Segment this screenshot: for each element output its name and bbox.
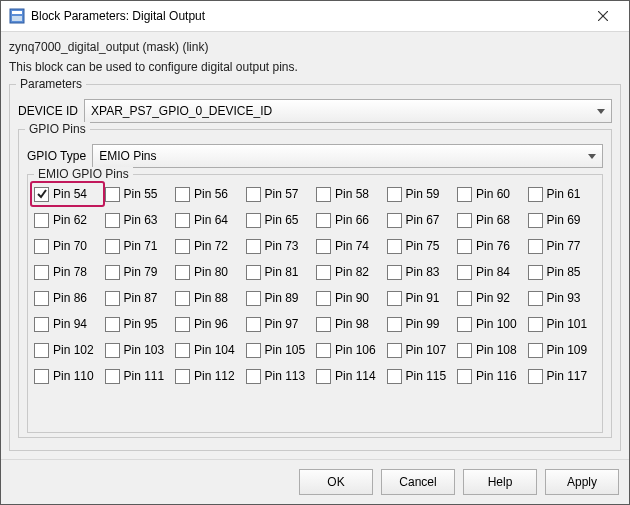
pin-75-checkbox[interactable]: Pin 75: [387, 237, 456, 255]
pin-106-checkbox[interactable]: Pin 106: [316, 341, 385, 359]
pin-label: Pin 93: [547, 291, 581, 305]
pin-100-checkbox[interactable]: Pin 100: [457, 315, 526, 333]
device-id-select[interactable]: XPAR_PS7_GPIO_0_DEVICE_ID: [84, 99, 612, 123]
pin-56-checkbox[interactable]: Pin 56: [175, 185, 244, 203]
pin-59-checkbox[interactable]: Pin 59: [387, 185, 456, 203]
pin-label: Pin 100: [476, 317, 517, 331]
pin-103-checkbox[interactable]: Pin 103: [105, 341, 174, 359]
pin-91-checkbox[interactable]: Pin 91: [387, 289, 456, 307]
pin-61-checkbox[interactable]: Pin 61: [528, 185, 597, 203]
pin-79-checkbox[interactable]: Pin 79: [105, 263, 174, 281]
pin-98-checkbox[interactable]: Pin 98: [316, 315, 385, 333]
pin-89-checkbox[interactable]: Pin 89: [246, 289, 315, 307]
pin-117-checkbox[interactable]: Pin 117: [528, 367, 597, 385]
pin-85-checkbox[interactable]: Pin 85: [528, 263, 597, 281]
pin-96-checkbox[interactable]: Pin 96: [175, 315, 244, 333]
pin-label: Pin 89: [265, 291, 299, 305]
pin-73-checkbox[interactable]: Pin 73: [246, 237, 315, 255]
pin-101-checkbox[interactable]: Pin 101: [528, 315, 597, 333]
checkbox-icon: [105, 265, 120, 280]
checkbox-icon: [105, 187, 120, 202]
pin-label: Pin 107: [406, 343, 447, 357]
checkbox-icon: [316, 291, 331, 306]
pin-76-checkbox[interactable]: Pin 76: [457, 237, 526, 255]
checkbox-icon: [316, 213, 331, 228]
apply-button[interactable]: Apply: [545, 469, 619, 495]
pin-66-checkbox[interactable]: Pin 66: [316, 211, 385, 229]
checkbox-icon: [246, 213, 261, 228]
pin-70-checkbox[interactable]: Pin 70: [34, 237, 103, 255]
pin-104-checkbox[interactable]: Pin 104: [175, 341, 244, 359]
checkbox-icon: [175, 317, 190, 332]
pin-label: Pin 97: [265, 317, 299, 331]
checkbox-icon: [457, 187, 472, 202]
pin-68-checkbox[interactable]: Pin 68: [457, 211, 526, 229]
pin-105-checkbox[interactable]: Pin 105: [246, 341, 315, 359]
checkbox-icon: [34, 343, 49, 358]
pin-62-checkbox[interactable]: Pin 62: [34, 211, 103, 229]
pin-78-checkbox[interactable]: Pin 78: [34, 263, 103, 281]
pin-label: Pin 110: [53, 369, 94, 383]
pin-108-checkbox[interactable]: Pin 108: [457, 341, 526, 359]
checkbox-icon: [457, 213, 472, 228]
pin-57-checkbox[interactable]: Pin 57: [246, 185, 315, 203]
close-button[interactable]: [583, 2, 623, 30]
pin-107-checkbox[interactable]: Pin 107: [387, 341, 456, 359]
pin-63-checkbox[interactable]: Pin 63: [105, 211, 174, 229]
pin-55-checkbox[interactable]: Pin 55: [105, 185, 174, 203]
checkbox-icon: [316, 317, 331, 332]
pin-102-checkbox[interactable]: Pin 102: [34, 341, 103, 359]
pin-67-checkbox[interactable]: Pin 67: [387, 211, 456, 229]
pin-83-checkbox[interactable]: Pin 83: [387, 263, 456, 281]
gpio-pins-group: GPIO Pins GPIO Type EMIO Pins EMIO GPIO …: [18, 129, 612, 438]
device-id-value: XPAR_PS7_GPIO_0_DEVICE_ID: [91, 104, 597, 118]
cancel-button[interactable]: Cancel: [381, 469, 455, 495]
pin-80-checkbox[interactable]: Pin 80: [175, 263, 244, 281]
pin-65-checkbox[interactable]: Pin 65: [246, 211, 315, 229]
help-button[interactable]: Help: [463, 469, 537, 495]
pin-87-checkbox[interactable]: Pin 87: [105, 289, 174, 307]
pin-94-checkbox[interactable]: Pin 94: [34, 315, 103, 333]
pin-60-checkbox[interactable]: Pin 60: [457, 185, 526, 203]
pin-116-checkbox[interactable]: Pin 116: [457, 367, 526, 385]
pin-82-checkbox[interactable]: Pin 82: [316, 263, 385, 281]
pin-111-checkbox[interactable]: Pin 111: [105, 367, 174, 385]
checkbox-icon: [34, 213, 49, 228]
pin-74-checkbox[interactable]: Pin 74: [316, 237, 385, 255]
pin-114-checkbox[interactable]: Pin 114: [316, 367, 385, 385]
checkbox-icon: [246, 239, 261, 254]
pin-84-checkbox[interactable]: Pin 84: [457, 263, 526, 281]
ok-button[interactable]: OK: [299, 469, 373, 495]
pin-label: Pin 59: [406, 187, 440, 201]
gpio-type-select[interactable]: EMIO Pins: [92, 144, 603, 168]
pin-99-checkbox[interactable]: Pin 99: [387, 315, 456, 333]
pin-77-checkbox[interactable]: Pin 77: [528, 237, 597, 255]
pin-69-checkbox[interactable]: Pin 69: [528, 211, 597, 229]
pin-90-checkbox[interactable]: Pin 90: [316, 289, 385, 307]
pin-86-checkbox[interactable]: Pin 86: [34, 289, 103, 307]
pin-72-checkbox[interactable]: Pin 72: [175, 237, 244, 255]
pin-88-checkbox[interactable]: Pin 88: [175, 289, 244, 307]
pin-label: Pin 108: [476, 343, 517, 357]
checkbox-icon: [246, 291, 261, 306]
pin-115-checkbox[interactable]: Pin 115: [387, 367, 456, 385]
pin-92-checkbox[interactable]: Pin 92: [457, 289, 526, 307]
pin-97-checkbox[interactable]: Pin 97: [246, 315, 315, 333]
pin-93-checkbox[interactable]: Pin 93: [528, 289, 597, 307]
pin-54-checkbox[interactable]: Pin 54: [30, 181, 105, 207]
pin-109-checkbox[interactable]: Pin 109: [528, 341, 597, 359]
pin-label: Pin 69: [547, 213, 581, 227]
pin-95-checkbox[interactable]: Pin 95: [105, 315, 174, 333]
checkbox-icon: [316, 369, 331, 384]
pin-112-checkbox[interactable]: Pin 112: [175, 367, 244, 385]
pin-81-checkbox[interactable]: Pin 81: [246, 263, 315, 281]
gpio-type-value: EMIO Pins: [99, 149, 588, 163]
pin-label: Pin 98: [335, 317, 369, 331]
checkbox-icon: [457, 239, 472, 254]
pin-58-checkbox[interactable]: Pin 58: [316, 185, 385, 203]
pin-64-checkbox[interactable]: Pin 64: [175, 211, 244, 229]
pin-110-checkbox[interactable]: Pin 110: [34, 367, 103, 385]
pin-113-checkbox[interactable]: Pin 113: [246, 367, 315, 385]
pin-label: Pin 62: [53, 213, 87, 227]
pin-71-checkbox[interactable]: Pin 71: [105, 237, 174, 255]
